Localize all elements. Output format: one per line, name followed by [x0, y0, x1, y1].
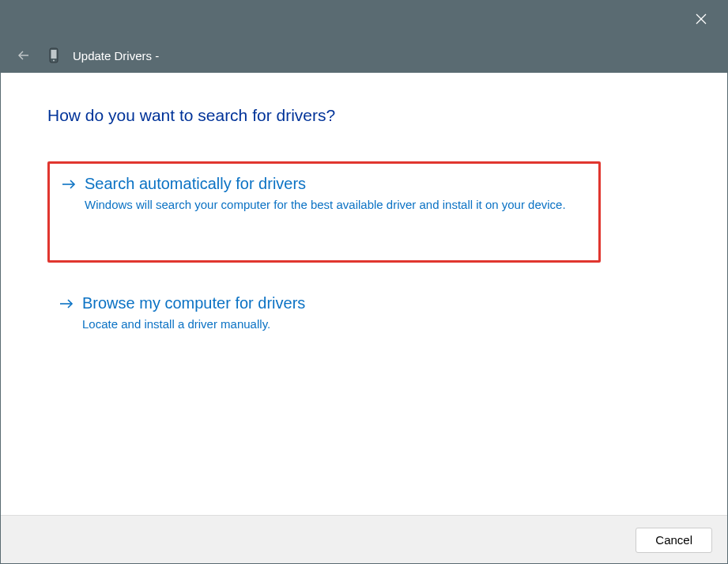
close-icon: [696, 13, 707, 25]
option-description: Locate and install a driver manually.: [82, 316, 564, 332]
back-arrow-icon: [17, 49, 30, 62]
cancel-button[interactable]: Cancel: [636, 528, 712, 553]
arrow-right-icon: [61, 179, 77, 213]
option-title: Search automatically for drivers: [85, 175, 587, 193]
svg-point-5: [53, 60, 55, 62]
device-icon: [47, 47, 60, 64]
option-title: Browse my computer for drivers: [82, 294, 590, 312]
option-search-automatically[interactable]: Search automatically for drivers Windows…: [47, 161, 601, 263]
option-text-block: Browse my computer for drivers Locate an…: [82, 294, 590, 332]
dialog-footer: Cancel: [0, 515, 728, 564]
close-button[interactable]: [684, 2, 719, 36]
svg-rect-4: [51, 50, 57, 59]
back-button[interactable]: [14, 46, 33, 65]
window-title: Update Drivers -: [73, 49, 159, 62]
option-description: Windows will search your computer for th…: [85, 196, 567, 213]
arrow-right-icon: [58, 298, 74, 332]
page-heading: How do you want to search for drivers?: [47, 106, 681, 125]
content-area: How do you want to search for drivers? S…: [0, 73, 728, 515]
window-titlebar: [0, 0, 728, 38]
option-text-block: Search automatically for drivers Windows…: [85, 175, 587, 213]
option-browse-computer[interactable]: Browse my computer for drivers Locate an…: [47, 283, 601, 346]
header-row: Update Drivers -: [0, 38, 728, 73]
